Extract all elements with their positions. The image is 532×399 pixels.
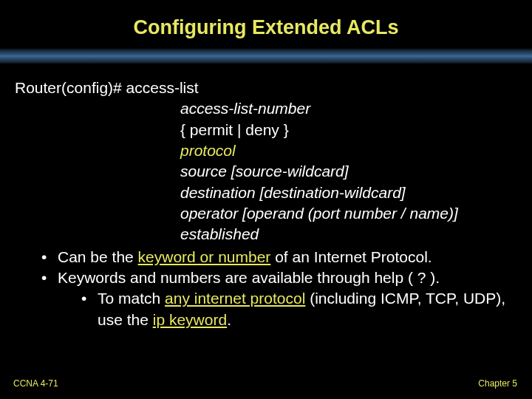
- command-param-protocol: protocol: [15, 140, 517, 161]
- bullet-item: Can be the keyword or number of an Inter…: [37, 247, 517, 267]
- footer-right: Chapter 5: [478, 378, 517, 389]
- bullet-text-post: of an Internet Protocol.: [270, 248, 432, 265]
- sub-bullet-hl2: ip keyword: [153, 311, 227, 328]
- bullet-list: Can be the keyword or number of an Inter…: [15, 247, 517, 330]
- sub-bullet-hl1: any internet protocol: [165, 290, 305, 307]
- footer-left: CCNA 4-71: [13, 378, 58, 389]
- sub-bullet-item: To match any internet protocol (includin…: [77, 288, 517, 330]
- sub-bullet-pre: To match: [98, 290, 165, 307]
- command-param-operator: operator [operand (port number / name)]: [15, 203, 517, 224]
- command-param-destination: destination [destination-wildcard]: [15, 183, 517, 203]
- command-param-acl-number: access-list-number: [15, 98, 517, 119]
- bullet-highlight: keyword or number: [138, 248, 271, 265]
- slide-content: Router(config)# access-list access-list-…: [0, 64, 532, 330]
- command-param-permit-deny: { permit | deny }: [15, 120, 517, 140]
- bullet-text-pre: Keywords and numbers are available throu…: [58, 269, 440, 286]
- command-param-source: source [source-wildcard]: [15, 161, 517, 182]
- bullet-item: Keywords and numbers are available throu…: [37, 267, 517, 330]
- slide-title: Configuring Extended ACLs: [0, 0, 532, 47]
- sub-bullet-post: .: [227, 311, 231, 328]
- sub-bullet-list: To match any internet protocol (includin…: [58, 288, 517, 330]
- bullet-text-pre: Can be the: [58, 248, 138, 265]
- command-param-established: established: [15, 224, 517, 245]
- slide: Configuring Extended ACLs Router(config)…: [0, 0, 532, 399]
- title-divider: [0, 48, 532, 64]
- command-prompt-line: Router(config)# access-list: [15, 78, 517, 98]
